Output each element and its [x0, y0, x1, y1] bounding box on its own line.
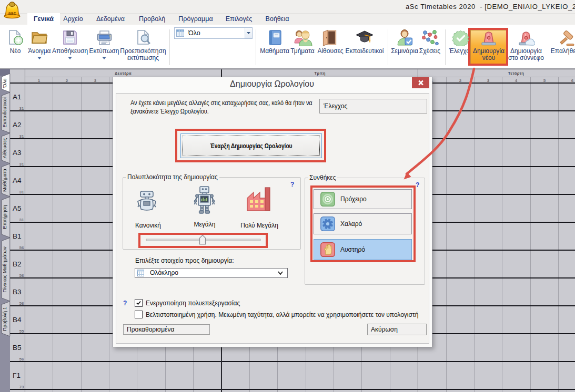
svg-text:Πίνακας Μαθημάτων: Πίνακας Μαθημάτων — [2, 246, 7, 293]
svg-text:73: 73 — [19, 385, 24, 389]
svg-text:B3: B3 — [13, 288, 22, 296]
svg-text:1: 1 — [38, 78, 41, 83]
svg-text:31: 31 — [19, 218, 24, 222]
svg-text:2: 2 — [459, 78, 462, 83]
svg-text:3: 3 — [94, 78, 97, 83]
svg-text:Μαθήματα: Μαθήματα — [2, 168, 7, 192]
svg-text:4: 4 — [515, 78, 518, 83]
svg-text:B4: B4 — [13, 316, 22, 324]
svg-text:56: 56 — [19, 245, 24, 250]
svg-text:55: 55 — [19, 329, 24, 334]
svg-text:Όλο: Όλο — [2, 78, 7, 88]
svg-text:3: 3 — [487, 78, 490, 83]
svg-text:31: 31 — [19, 134, 24, 139]
svg-text:Τρίτη: Τρίτη — [314, 71, 325, 76]
svg-text:Τετάρτη: Τετάρτη — [508, 71, 524, 76]
svg-text:56: 56 — [19, 357, 24, 362]
svg-text:A2: A2 — [13, 121, 22, 129]
svg-text:31: 31 — [19, 106, 24, 111]
svg-text:56: 56 — [19, 301, 24, 306]
svg-text:2: 2 — [66, 78, 68, 83]
svg-text:5: 5 — [543, 78, 546, 83]
svg-text:6: 6 — [571, 78, 574, 83]
svg-text:Εκπαιδευτικοί: Εκπαιδευτικοί — [2, 97, 7, 128]
svg-text:Αίθουσες: Αίθουσες — [2, 138, 7, 158]
svg-text:Επιτήρηση: Επιτήρηση — [2, 205, 7, 229]
svg-text:asc: asc — [8, 11, 16, 16]
svg-text:31: 31 — [19, 190, 24, 194]
svg-text:Προβολή 1: Προβολή 1 — [2, 307, 7, 331]
svg-text:A1: A1 — [13, 93, 22, 101]
svg-text:A3: A3 — [13, 149, 22, 157]
svg-text:B1: B1 — [13, 232, 22, 240]
svg-text:Γ1: Γ1 — [13, 372, 21, 379]
svg-text:B2: B2 — [13, 260, 22, 268]
svg-text:56: 56 — [19, 273, 24, 278]
svg-text:Δευτέρα: Δευτέρα — [115, 71, 132, 76]
svg-text:B5: B5 — [13, 344, 22, 352]
svg-text:A5: A5 — [13, 204, 22, 212]
svg-text:31: 31 — [19, 162, 24, 167]
svg-text:A4: A4 — [13, 177, 22, 184]
